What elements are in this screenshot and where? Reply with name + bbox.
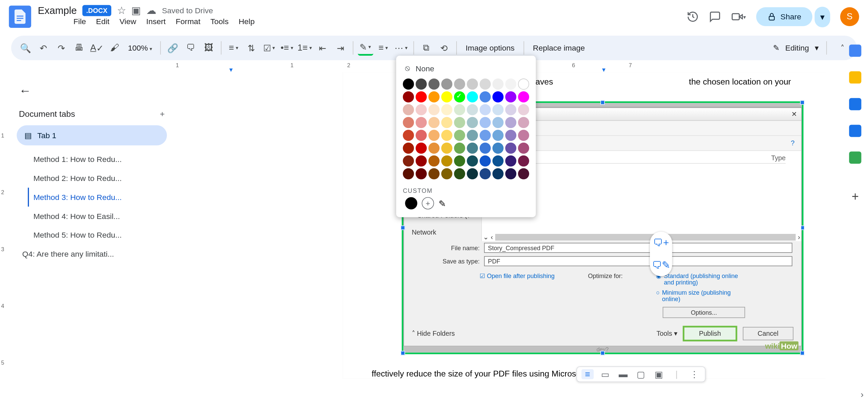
color-swatch[interactable] [518, 155, 529, 167]
color-swatch[interactable] [428, 155, 440, 167]
line-spacing-icon[interactable]: ⇅ [244, 40, 259, 56]
meet-icon[interactable]: ▾ [731, 11, 746, 23]
color-swatch[interactable] [454, 117, 465, 128]
resize-handle[interactable] [600, 351, 605, 355]
color-none[interactable]: ⦸None [403, 60, 529, 78]
number-list-icon[interactable]: 1≡ [297, 40, 313, 56]
star-icon[interactable]: ☆ [117, 4, 126, 17]
link-icon[interactable]: 🔗 [165, 40, 181, 56]
menu-tools[interactable]: Tools [210, 17, 229, 25]
color-swatch[interactable] [480, 117, 491, 128]
color-swatch[interactable] [441, 155, 452, 167]
image-options-button[interactable]: Image options [461, 43, 519, 52]
color-swatch[interactable] [518, 143, 529, 154]
color-swatch[interactable] [441, 130, 452, 141]
avatar[interactable]: S [840, 7, 859, 26]
print-icon[interactable]: 🖶 [71, 40, 87, 56]
share-button[interactable]: Share [756, 7, 812, 26]
color-swatch[interactable] [416, 104, 427, 115]
menu-help[interactable]: Help [238, 17, 254, 25]
image-wrap-toolbar[interactable]: ≡ ▭ ▬ ▢ ▣ | ⋮ [576, 366, 706, 382]
color-swatch[interactable] [403, 155, 414, 167]
color-swatch[interactable] [493, 130, 504, 141]
menu-insert[interactable]: Insert [146, 17, 166, 25]
color-swatch[interactable] [493, 78, 504, 90]
color-swatch[interactable] [454, 91, 465, 103]
align-icon[interactable]: ≡ [226, 40, 242, 56]
color-swatch[interactable] [467, 155, 478, 167]
color-swatch[interactable] [505, 143, 516, 154]
color-swatch[interactable] [505, 155, 516, 167]
bullet-list-icon[interactable]: •≡ [279, 40, 295, 56]
color-swatch[interactable] [505, 168, 516, 179]
color-swatch[interactable] [416, 168, 427, 179]
color-swatch[interactable] [441, 117, 452, 128]
color-swatch[interactable] [467, 143, 478, 154]
checklist-icon[interactable]: ☑ [262, 40, 277, 56]
color-swatch[interactable] [416, 130, 427, 141]
reset-image-icon[interactable]: ⟲ [436, 40, 452, 56]
color-swatch[interactable] [428, 130, 440, 141]
wrap-text-icon[interactable]: ▭ [599, 369, 612, 380]
move-icon[interactable]: ▣ [131, 4, 141, 17]
color-swatch[interactable] [493, 155, 504, 167]
add-tab-icon[interactable]: + [160, 109, 165, 119]
keep-icon[interactable] [849, 71, 861, 84]
undo-icon[interactable]: ↶ [36, 40, 51, 56]
color-swatch[interactable] [493, 168, 504, 179]
color-swatch[interactable] [467, 104, 478, 115]
color-swatch[interactable] [518, 130, 529, 141]
resize-handle[interactable] [800, 351, 805, 355]
color-swatch[interactable] [441, 168, 452, 179]
color-swatch[interactable] [493, 104, 504, 115]
color-swatch[interactable] [518, 104, 529, 115]
add-custom-color[interactable]: + [422, 197, 434, 209]
color-swatch[interactable] [467, 78, 478, 90]
resize-handle[interactable] [600, 100, 605, 105]
color-swatch[interactable] [403, 168, 414, 179]
back-arrow-icon[interactable]: ← [19, 84, 165, 98]
outline-item[interactable]: Q4: Are there any limitati... [21, 244, 167, 263]
color-swatch[interactable] [505, 117, 516, 128]
wrap-inline-icon[interactable]: ≡ [581, 369, 594, 380]
color-swatch[interactable] [467, 117, 478, 128]
add-addon-icon[interactable]: + [852, 189, 859, 204]
color-swatch[interactable] [467, 91, 478, 103]
color-swatch[interactable] [480, 155, 491, 167]
color-swatch[interactable] [467, 130, 478, 141]
color-swatch[interactable] [454, 130, 465, 141]
color-swatch[interactable] [416, 91, 427, 103]
color-swatch[interactable] [480, 130, 491, 141]
color-swatch[interactable] [428, 104, 440, 115]
calendar-icon[interactable] [849, 44, 861, 57]
editing-mode[interactable]: Editing [785, 43, 809, 52]
comments-icon[interactable] [709, 11, 721, 23]
color-swatch[interactable] [518, 117, 529, 128]
redo-icon[interactable]: ↷ [53, 40, 69, 56]
border-color-icon[interactable]: ✎ [358, 40, 373, 56]
wrap-more-icon[interactable]: ⋮ [688, 369, 700, 380]
menu-edit[interactable]: Edit [96, 17, 110, 25]
color-swatch[interactable] [505, 78, 516, 90]
color-swatch[interactable] [505, 130, 516, 141]
color-swatch[interactable] [480, 104, 491, 115]
color-swatch[interactable] [518, 168, 529, 179]
color-swatch[interactable] [518, 78, 529, 90]
contacts-icon[interactable] [849, 125, 861, 137]
color-swatch[interactable] [428, 78, 440, 90]
color-swatch[interactable] [441, 91, 452, 103]
color-swatch[interactable] [428, 91, 440, 103]
outdent-icon[interactable]: ⇤ [315, 40, 330, 56]
search-icon[interactable]: 🔍 [18, 40, 33, 56]
insert-image-icon[interactable]: 🖼 [201, 40, 216, 56]
border-weight-icon[interactable]: ≡ [375, 40, 391, 56]
color-swatch[interactable] [454, 143, 465, 154]
color-swatch[interactable] [416, 155, 427, 167]
menu-format[interactable]: Format [176, 17, 200, 25]
outline-item[interactable]: Method 3: How to Redu... [28, 188, 167, 207]
color-swatch[interactable] [454, 155, 465, 167]
collapse-sidepanel-icon[interactable]: › [861, 390, 864, 400]
color-swatch[interactable] [454, 104, 465, 115]
color-swatch[interactable] [428, 143, 440, 154]
share-dropdown[interactable]: ▾ [815, 6, 830, 27]
